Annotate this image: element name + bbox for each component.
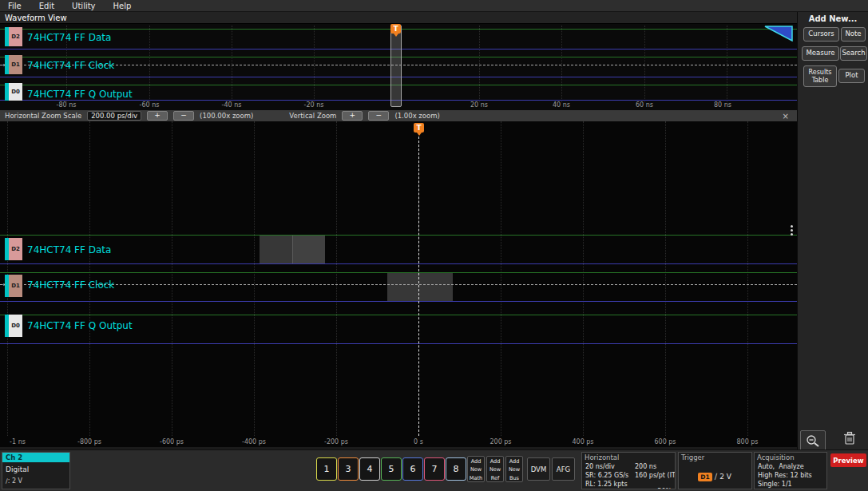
zoom-window-strip[interactable]	[390, 25, 402, 107]
channel-label-d0: 74HCT74 FF Q Output	[27, 89, 133, 100]
gridline	[89, 121, 90, 436]
channel-id-d1: D1	[9, 55, 22, 74]
channel-id-d2: D2	[9, 27, 22, 46]
h-zoom-minus-button[interactable]: −	[173, 111, 194, 121]
channel-id-d1: D1	[9, 275, 22, 297]
main-tick: 800 ps	[736, 438, 758, 445]
channel-badge-d2[interactable]: D2	[5, 238, 22, 260]
overview-tick: -80 ns	[57, 101, 77, 109]
delete-view-button[interactable]	[843, 431, 861, 449]
add-new-ref-button[interactable]: Add New Ref	[486, 456, 504, 482]
channel-label-d1: 74HCT74 FF Clock	[27, 279, 114, 291]
main-tick: -1 ns	[10, 438, 26, 445]
gridline	[501, 121, 501, 436]
channel-label-d2: 74HCT74 FF Data	[27, 32, 111, 43]
horizontal-position-icon	[651, 489, 656, 489]
channel-label-d2: 74HCT74 FF Data	[27, 244, 111, 255]
horizontal-tile[interactable]: Horizontal 20 ns/div 200 ns SR: 6.25 GS/…	[581, 452, 676, 489]
plot-button[interactable]: Plot	[838, 69, 865, 83]
d2-transition-region	[260, 235, 325, 264]
horizontal-sample-rate: SR: 6.25 GS/s	[585, 472, 628, 479]
main-tick: 0 s	[414, 438, 423, 445]
menu-file[interactable]: File	[8, 2, 22, 10]
channel-badge-d0[interactable]: D0	[5, 83, 22, 101]
menu-utility[interactable]: Utility	[72, 2, 95, 10]
channel-5-button[interactable]: 5	[381, 457, 402, 481]
add-new-title: Add New...	[798, 14, 868, 23]
note-button[interactable]: Note	[841, 27, 866, 42]
menu-help[interactable]: Help	[113, 2, 132, 10]
zoom-overview-button[interactable]	[800, 430, 826, 451]
channel-badge-d1[interactable]: D1	[5, 55, 22, 74]
gridline	[254, 121, 255, 436]
trigger-tile[interactable]: Trigger D1∕2 V	[678, 452, 752, 489]
channel-7-button[interactable]: 7	[424, 457, 445, 481]
main-tick: -800 ps	[77, 438, 101, 445]
gridline	[644, 26, 645, 102]
main-tick: -400 ps	[242, 438, 266, 445]
gridline	[747, 121, 748, 436]
preview-button[interactable]: Preview	[830, 453, 866, 467]
trigger-title: Trigger	[679, 453, 751, 461]
horizontal-scale: 20 ns/div	[585, 463, 615, 470]
horizontal-position: 50%	[635, 481, 672, 489]
panel-splitter-handle[interactable]	[791, 225, 793, 236]
gridline	[336, 121, 337, 436]
add-new-bus-button[interactable]: Add New Bus	[505, 456, 523, 482]
settings-bar: Ch 2 Digital ∕: 2 V 1 3 4 5 6 7 8 Add Ne…	[0, 449, 868, 491]
horizontal-position-value: 50%	[657, 488, 672, 489]
trigger-marker-main[interactable]: T	[414, 123, 424, 133]
channel-2-tile[interactable]: Ch 2 Digital ∕: 2 V	[2, 452, 70, 489]
acquisition-tile[interactable]: Acquisition Auto, Analyze High Res: 12 b…	[754, 452, 827, 489]
v-zoom-plus-button[interactable]: +	[342, 111, 363, 121]
waveform-view-header: Waveform View	[0, 12, 797, 24]
channel-4-button[interactable]: 4	[359, 457, 380, 481]
channel-label-d1: 74HCT74 FF Clock	[27, 60, 114, 71]
zoom-scale-value[interactable]: 200.00 ps/div	[87, 111, 141, 121]
main-tick: -200 ps	[324, 438, 348, 445]
d2-high-trace	[0, 235, 797, 236]
cursors-button[interactable]: Cursors	[803, 27, 839, 42]
channel-1-button[interactable]: 1	[316, 457, 337, 481]
gridline	[727, 26, 727, 102]
channel-6-button[interactable]: 6	[402, 457, 423, 481]
measure-button[interactable]: Measure	[802, 46, 839, 61]
d0-high-trace	[0, 315, 797, 315]
channel-label-d0: 74HCT74 FF Q Output	[27, 320, 133, 331]
menu-bar: File Edit Utility Help	[0, 0, 868, 12]
trigger-source-badge: D1	[698, 473, 711, 481]
zoom-flag-icon[interactable]	[763, 26, 794, 42]
tekscope-app: File Edit Utility Help Waveform View D2 …	[0, 0, 868, 491]
d1-low-trace	[0, 301, 797, 302]
gridline	[149, 26, 150, 102]
overview-tick: 40 ns	[553, 101, 570, 109]
magnifier-minus-icon	[806, 434, 820, 447]
channel-8-button[interactable]: 8	[446, 457, 466, 481]
dvm-button[interactable]: DVM	[527, 457, 550, 481]
trash-icon	[843, 431, 856, 445]
menu-edit[interactable]: Edit	[39, 2, 54, 10]
gridline	[583, 121, 584, 436]
channel-badge-d1[interactable]: D1	[5, 275, 22, 297]
v-zoom-readout: (1.00x zoom)	[394, 112, 439, 120]
channel-badge-d2[interactable]: D2	[5, 27, 22, 46]
trigger-settings: D1∕2 V	[682, 465, 731, 489]
d1-high-trace	[0, 272, 797, 273]
main-tick: -600 ps	[160, 438, 184, 445]
channel-badge-d0[interactable]: D0	[5, 315, 22, 337]
channel-3-button[interactable]: 3	[338, 457, 359, 481]
search-button[interactable]: Search	[840, 46, 867, 61]
h-zoom-plus-button[interactable]: +	[147, 111, 168, 121]
channel-id-d0: D0	[9, 83, 22, 101]
results-table-button[interactable]: Results Table	[803, 65, 837, 87]
add-new-math-button[interactable]: Add New Math	[467, 456, 485, 482]
acquisition-mode: Auto, Analyze	[758, 463, 804, 470]
v-zoom-minus-button[interactable]: −	[368, 111, 389, 121]
close-zoom-icon[interactable]: ×	[783, 112, 792, 121]
add-new-panel: Add New... Cursors Note Measure Search R…	[797, 12, 868, 449]
afg-button[interactable]: AFG	[552, 457, 575, 481]
trigger-marker-overview[interactable]: T	[390, 24, 401, 34]
gridline	[314, 26, 315, 102]
d2-transition-edge	[292, 235, 293, 264]
acquisition-detail: High Res: 12 bits	[758, 472, 812, 479]
